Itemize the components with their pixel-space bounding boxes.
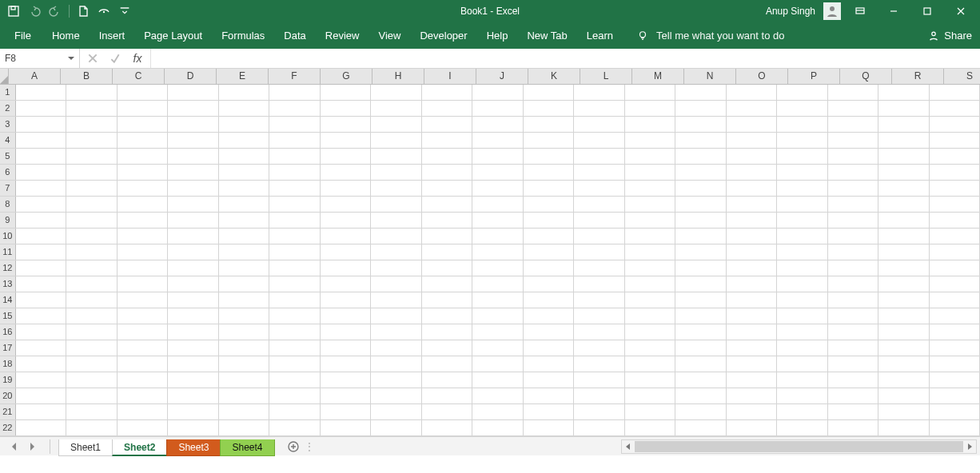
insert-function-button[interactable]: fx bbox=[126, 52, 149, 65]
row-header[interactable]: 4 bbox=[0, 133, 16, 148]
cell[interactable] bbox=[168, 340, 219, 356]
cell[interactable] bbox=[118, 244, 169, 260]
cell[interactable] bbox=[524, 85, 575, 100]
cell[interactable] bbox=[472, 276, 524, 292]
cell[interactable] bbox=[321, 197, 372, 212]
cell[interactable] bbox=[675, 260, 727, 276]
cell[interactable] bbox=[727, 101, 778, 116]
cell[interactable] bbox=[727, 372, 778, 388]
cell[interactable] bbox=[675, 197, 727, 212]
cell[interactable] bbox=[371, 244, 422, 260]
ribbon-tab-view[interactable]: View bbox=[368, 22, 410, 49]
cell[interactable] bbox=[219, 308, 270, 324]
cell[interactable] bbox=[321, 85, 372, 100]
cell[interactable] bbox=[675, 117, 727, 132]
cell[interactable] bbox=[625, 165, 676, 180]
cell[interactable] bbox=[219, 149, 270, 164]
cell[interactable] bbox=[269, 260, 321, 276]
cell[interactable] bbox=[168, 244, 219, 260]
cell[interactable] bbox=[930, 292, 980, 308]
cell[interactable] bbox=[118, 292, 169, 308]
cell[interactable] bbox=[66, 117, 118, 132]
cell[interactable] bbox=[524, 404, 575, 419]
cell[interactable] bbox=[574, 420, 625, 435]
cell[interactable] bbox=[321, 133, 372, 148]
cell[interactable] bbox=[727, 117, 778, 132]
column-header[interactable]: P bbox=[788, 69, 840, 84]
cell[interactable] bbox=[524, 213, 575, 228]
cell[interactable] bbox=[472, 101, 524, 116]
cell[interactable] bbox=[118, 308, 169, 324]
cell[interactable] bbox=[930, 260, 980, 276]
cell[interactable] bbox=[675, 133, 727, 148]
cell[interactable] bbox=[371, 388, 422, 403]
cell[interactable] bbox=[828, 117, 879, 132]
cell[interactable] bbox=[371, 404, 422, 419]
cell[interactable] bbox=[16, 260, 67, 276]
cell[interactable] bbox=[574, 276, 625, 292]
cell[interactable] bbox=[828, 197, 879, 212]
cell[interactable] bbox=[16, 149, 67, 164]
cell[interactable] bbox=[66, 276, 118, 292]
cell[interactable] bbox=[371, 340, 422, 356]
cell[interactable] bbox=[219, 197, 270, 212]
cell[interactable] bbox=[422, 308, 473, 324]
cell[interactable] bbox=[574, 213, 625, 228]
cell[interactable] bbox=[371, 101, 422, 116]
cell[interactable] bbox=[66, 372, 118, 388]
ribbon-tab-formulas[interactable]: Formulas bbox=[212, 22, 274, 49]
cell[interactable] bbox=[574, 324, 625, 340]
cell[interactable] bbox=[878, 149, 930, 164]
cell[interactable] bbox=[625, 340, 676, 356]
cell[interactable] bbox=[422, 85, 473, 100]
cell[interactable] bbox=[422, 165, 473, 180]
cell[interactable] bbox=[118, 165, 169, 180]
column-header[interactable]: L bbox=[580, 69, 632, 84]
cell[interactable] bbox=[371, 276, 422, 292]
cell[interactable] bbox=[574, 101, 625, 116]
cell[interactable] bbox=[625, 404, 676, 419]
ribbon-tab-home[interactable]: Home bbox=[42, 22, 90, 49]
cell[interactable] bbox=[422, 133, 473, 148]
column-header[interactable]: C bbox=[113, 69, 165, 84]
cell[interactable] bbox=[675, 181, 727, 196]
cell[interactable] bbox=[930, 308, 980, 324]
cell[interactable] bbox=[16, 276, 67, 292]
cell[interactable] bbox=[219, 340, 270, 356]
cell[interactable] bbox=[777, 292, 828, 308]
cell[interactable] bbox=[269, 404, 321, 419]
cell[interactable] bbox=[878, 133, 930, 148]
cell[interactable] bbox=[422, 260, 473, 276]
cell[interactable] bbox=[321, 356, 372, 372]
cell[interactable] bbox=[574, 292, 625, 308]
column-header[interactable]: Q bbox=[840, 69, 892, 84]
cell[interactable] bbox=[878, 244, 930, 260]
cell[interactable] bbox=[16, 388, 67, 403]
select-all-corner[interactable] bbox=[0, 69, 9, 84]
cell[interactable] bbox=[675, 165, 727, 180]
cell[interactable] bbox=[16, 420, 67, 435]
sheet-tab-sheet2[interactable]: Sheet2 bbox=[112, 439, 167, 456]
cell[interactable] bbox=[878, 356, 930, 372]
row-header[interactable]: 13 bbox=[0, 276, 16, 292]
cell[interactable] bbox=[472, 356, 524, 372]
row-header[interactable]: 22 bbox=[0, 420, 16, 435]
cell[interactable] bbox=[574, 85, 625, 100]
cell[interactable] bbox=[878, 420, 930, 435]
cell[interactable] bbox=[422, 117, 473, 132]
enter-icon[interactable] bbox=[104, 53, 126, 64]
cell[interactable] bbox=[727, 388, 778, 403]
cell[interactable] bbox=[269, 356, 321, 372]
cell[interactable] bbox=[574, 229, 625, 244]
cell[interactable] bbox=[371, 308, 422, 324]
cell[interactable] bbox=[524, 117, 575, 132]
cell[interactable] bbox=[625, 197, 676, 212]
cell[interactable] bbox=[472, 213, 524, 228]
cell[interactable] bbox=[321, 404, 372, 419]
cell[interactable] bbox=[472, 324, 524, 340]
cell[interactable] bbox=[118, 213, 169, 228]
cell[interactable] bbox=[16, 165, 67, 180]
cell[interactable] bbox=[727, 356, 778, 372]
cell[interactable] bbox=[66, 340, 118, 356]
column-header[interactable]: N bbox=[684, 69, 736, 84]
